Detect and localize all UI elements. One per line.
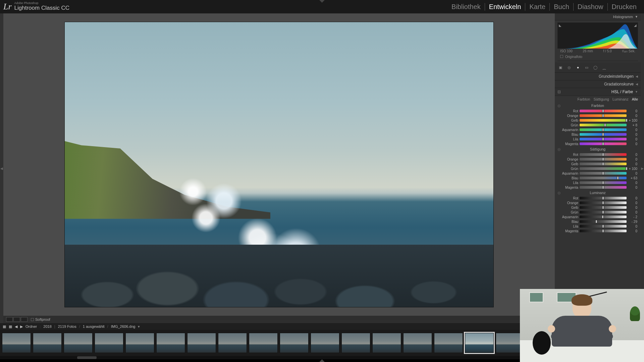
target-adjust-icon[interactable]: ◎ xyxy=(557,147,561,152)
slider-knob[interactable] xyxy=(602,206,604,209)
slider-track[interactable] xyxy=(580,138,627,140)
thumbnail[interactable] xyxy=(341,333,370,353)
slider-knob[interactable] xyxy=(602,186,604,189)
grad-filter-icon[interactable]: ▭ xyxy=(584,64,590,70)
slider-knob[interactable] xyxy=(595,220,597,223)
thumbnail[interactable] xyxy=(2,333,31,353)
bottom-panel-toggle-icon[interactable] xyxy=(319,359,325,362)
slider-knob[interactable] xyxy=(602,158,604,161)
second-window-icon[interactable]: ▦ xyxy=(9,324,12,329)
thumbnail[interactable] xyxy=(280,333,309,353)
slider-track[interactable] xyxy=(580,216,627,218)
slider-track[interactable] xyxy=(580,201,627,204)
slider-knob[interactable] xyxy=(602,142,604,145)
view-beforeafter-tb-button[interactable] xyxy=(21,317,28,322)
spot-tool-icon[interactable]: ◎ xyxy=(566,64,572,70)
slider-knob[interactable] xyxy=(602,225,604,228)
slider-knob[interactable] xyxy=(626,167,628,170)
thumbnail[interactable] xyxy=(64,333,93,353)
slider-track[interactable] xyxy=(580,128,627,131)
section-hsl[interactable]: ⊟ HSL / Farbe▼ xyxy=(555,88,641,96)
thumbnail[interactable] xyxy=(95,333,123,353)
hsl-tab-hue[interactable]: Farbton xyxy=(578,97,590,101)
module-map[interactable]: Karte xyxy=(525,3,549,11)
preview-area[interactable] xyxy=(3,13,555,316)
slider-track[interactable] xyxy=(580,114,627,117)
slider-track[interactable] xyxy=(580,172,627,175)
thumbnail[interactable] xyxy=(218,333,247,353)
section-basic[interactable]: Grundeinstellungen◀ xyxy=(555,73,641,80)
thumbnail[interactable] xyxy=(33,333,62,353)
slider-knob[interactable] xyxy=(602,153,604,156)
slider-knob[interactable] xyxy=(602,114,604,117)
module-book[interactable]: Buch xyxy=(549,3,573,11)
original-photo-checkbox[interactable] xyxy=(560,55,563,58)
module-library[interactable]: Bibliothek xyxy=(447,3,485,11)
slider-knob[interactable] xyxy=(602,128,604,131)
slider-track[interactable] xyxy=(580,230,627,232)
slider-knob[interactable] xyxy=(602,162,604,166)
folder-name[interactable]: 2018 xyxy=(43,324,51,328)
crop-tool-icon[interactable]: ▣ xyxy=(557,64,564,70)
slider-track[interactable] xyxy=(580,181,627,184)
module-slideshow[interactable]: Diashow xyxy=(573,3,607,11)
slider-track[interactable] xyxy=(580,153,627,156)
slider-knob[interactable] xyxy=(602,137,604,141)
thumbnail[interactable] xyxy=(465,333,494,353)
back-icon[interactable]: ◀ xyxy=(15,324,17,329)
thumbnail[interactable] xyxy=(403,333,432,353)
thumbnail[interactable] xyxy=(434,333,463,353)
thumbnail[interactable] xyxy=(125,333,154,353)
slider-track[interactable] xyxy=(580,186,627,189)
slider-track[interactable] xyxy=(580,211,627,214)
slider-knob[interactable] xyxy=(604,123,606,127)
thumbnail[interactable] xyxy=(372,333,401,353)
redeye-tool-icon[interactable]: ● xyxy=(575,64,581,70)
hsl-tab-sat[interactable]: Sättigung xyxy=(593,97,609,101)
slider-knob[interactable] xyxy=(602,133,604,136)
right-panel-toggle[interactable]: ◀ xyxy=(641,13,644,323)
thumbnail[interactable] xyxy=(311,333,339,353)
slider-knob[interactable] xyxy=(602,215,604,219)
slider-track[interactable] xyxy=(580,124,627,126)
thumbnail[interactable] xyxy=(187,333,216,353)
left-panel-toggle[interactable]: ◀ xyxy=(0,13,3,323)
module-develop[interactable]: Entwickeln xyxy=(485,3,525,11)
view-beforeafter-lr-button[interactable] xyxy=(13,317,20,322)
top-panel-toggle-icon[interactable] xyxy=(319,0,325,3)
slider-track[interactable] xyxy=(580,177,627,179)
softproof-checkbox[interactable] xyxy=(31,318,34,321)
slider-knob[interactable] xyxy=(602,181,604,184)
slider-track[interactable] xyxy=(580,206,627,209)
thumbnail[interactable] xyxy=(249,333,278,353)
slider-track[interactable] xyxy=(580,225,627,228)
hsl-tab-lum[interactable]: Luminanz xyxy=(612,97,629,101)
section-toggle-icon[interactable]: ⊟ xyxy=(557,89,561,94)
histogram[interactable]: ◣ ◢ xyxy=(557,22,638,49)
slider-track[interactable] xyxy=(580,158,627,161)
slider-knob[interactable] xyxy=(602,229,604,233)
scrollbar-handle[interactable] xyxy=(77,356,97,359)
section-tonecurve[interactable]: Gradationskurve◀ xyxy=(555,80,641,88)
radial-filter-icon[interactable]: ◯ xyxy=(592,64,598,70)
brush-tool-icon[interactable]: ⁔ xyxy=(601,64,607,70)
slider-knob[interactable] xyxy=(602,196,604,200)
slider-knob[interactable] xyxy=(602,201,604,204)
slider-track[interactable] xyxy=(580,119,627,122)
grid-icon[interactable]: ▦ xyxy=(3,324,6,329)
thumbnail[interactable] xyxy=(156,333,185,353)
module-print[interactable]: Drucken xyxy=(607,3,641,11)
slider-knob[interactable] xyxy=(602,109,604,113)
slider-knob[interactable] xyxy=(602,172,604,175)
slider-track[interactable] xyxy=(580,167,627,170)
histogram-header[interactable]: Histogramm ▼ xyxy=(555,13,641,20)
target-adjust-icon[interactable]: ◎ xyxy=(557,104,561,108)
slider-knob[interactable] xyxy=(602,210,604,214)
hsl-tab-all[interactable]: Alle xyxy=(632,97,638,101)
slider-track[interactable] xyxy=(580,220,627,223)
target-adjust-icon[interactable]: ◎ xyxy=(557,191,561,195)
fwd-icon[interactable]: ▶ xyxy=(20,324,23,329)
view-loupe-button[interactable] xyxy=(6,317,13,322)
slider-knob[interactable] xyxy=(626,119,628,122)
slider-track[interactable] xyxy=(580,163,627,165)
